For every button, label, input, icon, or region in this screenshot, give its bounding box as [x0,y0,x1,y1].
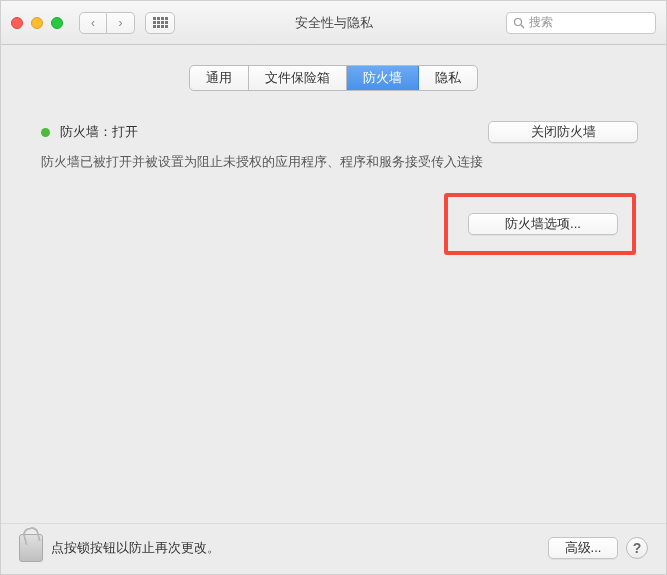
help-button[interactable]: ? [626,537,648,559]
firewall-status-label: 防火墙：打开 [60,123,138,141]
content-area: 通用 文件保险箱 防火墙 隐私 防火墙：打开 关闭防火墙 防火墙已被打开并被设置… [1,45,666,574]
lock-help-text: 点按锁按钮以防止再次更改。 [51,539,220,557]
firewall-options-button[interactable]: 防火墙选项... [468,213,618,235]
titlebar: ‹ › 安全性与隐私 搜索 [1,1,666,45]
nav-buttons: ‹ › [79,12,135,34]
tab-privacy[interactable]: 隐私 [419,66,477,90]
advanced-button[interactable]: 高级... [548,537,618,559]
footer: 点按锁按钮以防止再次更改。 高级... ? [1,523,666,574]
grid-icon [153,17,168,28]
status-indicator-icon [41,128,50,137]
svg-point-0 [515,18,522,25]
firewall-status-row: 防火墙：打开 关闭防火墙 [29,121,638,143]
firewall-status: 防火墙：打开 [29,123,138,141]
segmented-control: 通用 文件保险箱 防火墙 隐私 [189,65,478,91]
tab-general[interactable]: 通用 [190,66,249,90]
highlight-box: 防火墙选项... [444,193,636,255]
preferences-window: ‹ › 安全性与隐私 搜索 通用 文件保险箱 防火墙 隐私 防火墙：打开 [0,0,667,575]
forward-button[interactable]: › [107,12,135,34]
firewall-description: 防火墙已被打开并被设置为阻止未授权的应用程序、程序和服务接受传入连接 [29,153,638,171]
search-icon [513,17,525,29]
firewall-pane: 防火墙：打开 关闭防火墙 防火墙已被打开并被设置为阻止未授权的应用程序、程序和服… [1,109,666,267]
window-controls [11,17,63,29]
minimize-window-button[interactable] [31,17,43,29]
search-placeholder: 搜索 [529,14,553,31]
show-all-button[interactable] [145,12,175,34]
lock-icon[interactable] [19,534,43,562]
close-firewall-button[interactable]: 关闭防火墙 [488,121,638,143]
search-input[interactable]: 搜索 [506,12,656,34]
options-row: 防火墙选项... [29,193,638,255]
svg-line-1 [521,25,524,28]
lock-row: 点按锁按钮以防止再次更改。 [19,534,540,562]
maximize-window-button[interactable] [51,17,63,29]
close-window-button[interactable] [11,17,23,29]
tabs-wrap: 通用 文件保险箱 防火墙 隐私 [1,65,666,91]
tab-firewall[interactable]: 防火墙 [347,66,419,90]
back-button[interactable]: ‹ [79,12,107,34]
tab-filevault[interactable]: 文件保险箱 [249,66,347,90]
window-title: 安全性与隐私 [295,14,373,32]
advanced-row: 高级... ? [548,537,648,559]
